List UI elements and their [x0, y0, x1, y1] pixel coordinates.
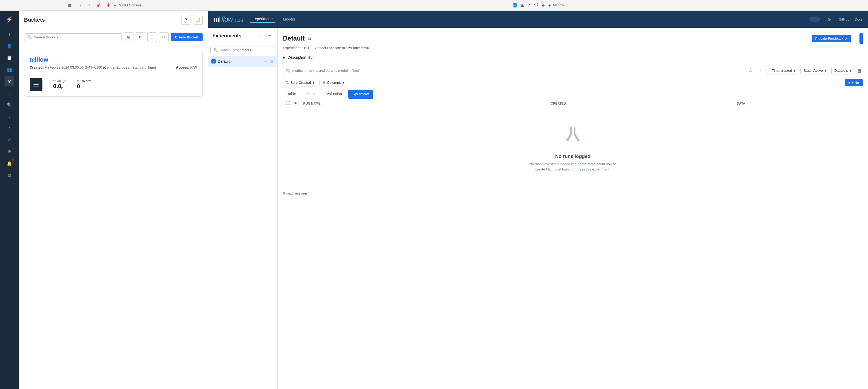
add-experiment-button[interactable]: ⊕ [257, 32, 265, 39]
minio-toolbar: 🔍 ⊞ ↺ ☰ ⟳ Create Bucket [19, 29, 208, 45]
usage-value: 0.0B [53, 83, 66, 90]
grid-icon: ⊞ [127, 35, 130, 39]
delete-experiment-button[interactable]: 🗑 [269, 59, 274, 64]
bucket-stats: ⊙ Usage 0.0B ⊙ Objects [30, 74, 197, 91]
nav-github-link[interactable]: GitHub [839, 17, 849, 21]
help-button[interactable]: ? [181, 15, 191, 25]
nav-experiments[interactable]: Experiments [250, 16, 275, 23]
copy-icon[interactable]: ⧉ [308, 36, 311, 41]
theme-button[interactable]: 🌙 [193, 15, 203, 25]
minio-header: Buckets ? 🌙 [19, 11, 208, 29]
experiments-sidebar: Experiments ⊕ ▭ 🔍 ✓ Default ✏ 🗑 [208, 28, 278, 389]
experiment-item-actions: ✏ 🗑 [262, 59, 274, 64]
sidebar-icon-expand[interactable]: ⌄ [4, 88, 14, 98]
mlflow-topbar-active-icon[interactable]: ◈ [541, 3, 545, 8]
nav-toggle-button[interactable] [809, 17, 820, 22]
db-svg [32, 81, 40, 88]
description-edit-link[interactable]: Edit [308, 56, 314, 60]
header-visibility[interactable]: 👁 [293, 102, 301, 105]
nav-docs-link[interactable]: Docs [855, 17, 863, 21]
select-all-checkbox[interactable] [286, 101, 290, 105]
mlflow-navbar: mlflow 2.10.2 Experiments Models ⚙ GitHu… [208, 11, 868, 28]
provide-feedback-button[interactable]: Provide Feedback ↗ [812, 35, 851, 42]
mlflow-topbar-shield-icon[interactable]: 🛡 [534, 3, 538, 8]
minio-panel: ⊞ ▭ ↗ 📌 📌 ✦ MinIO Console ⚡ ◫ 👤 📋 👥 ⊙ ⌄ … [0, 0, 208, 389]
minio-sidebar: ⚡ ◫ 👤 📋 👥 ⊙ ⌄ 🔍 ⌄ λ ⟳ ⚙ 🔔 ▦ [0, 11, 19, 389]
toggle-columns-icon[interactable]: ▦ [857, 67, 863, 74]
experiments-sidebar-title: Experiments [213, 33, 241, 39]
sidebar-icon-lambda[interactable]: λ [4, 123, 14, 133]
sidebar-icon-settings[interactable]: ⚙ [4, 147, 14, 156]
create-bucket-button[interactable]: Create Bucket [171, 33, 203, 41]
tab-table[interactable]: Table [283, 90, 300, 99]
experiment-checkbox[interactable]: ✓ [211, 59, 216, 64]
description-toggle[interactable]: ▶ [283, 56, 285, 59]
nav-models[interactable]: Models [281, 16, 297, 23]
new-run-button[interactable]: + + Ne [845, 79, 863, 86]
sidebar-icon-integrations[interactable]: ⟳ [4, 135, 14, 144]
columns-dropdown[interactable]: ⊞ Columns ▾ [319, 79, 347, 87]
experiment-main-header: Default ⧉ Provide Feedback ↗ [283, 33, 863, 44]
header-buttons: ? 🌙 [181, 15, 203, 25]
topbar-window-btn-3[interactable]: ↗ [86, 2, 92, 8]
experiments-search-input[interactable] [220, 48, 272, 52]
topbar-window-btn-5[interactable]: 📌 [105, 2, 111, 8]
tab-chart[interactable]: Chart [301, 90, 319, 99]
learn-more-link[interactable]: Learn more [578, 162, 595, 166]
description-label: Description [287, 55, 306, 60]
objects-circle-icon: ⊙ [77, 79, 80, 83]
edit-experiment-button[interactable]: ✏ [262, 59, 268, 64]
topbar-window-btn-1[interactable]: ⊞ [66, 2, 73, 8]
header-checkbox[interactable] [286, 101, 291, 106]
sidebar-icon-buckets[interactable]: ◫ [4, 29, 14, 39]
experiments-main: Default ⧉ Provide Feedback ↗ Experiment … [278, 28, 868, 389]
minio-window-title: MinIO Console [119, 3, 142, 7]
tab-evaluation[interactable]: Evaluation [320, 90, 346, 99]
sidebar-icon-search-expand[interactable]: ⌄ [4, 111, 14, 121]
sort-row: ⇅ Sort: Created ▾ ⊞ Columns ▾ + + Ne [283, 79, 863, 87]
sidebar-icon-groups[interactable]: 👥 [4, 65, 14, 74]
sort-dropdown[interactable]: ⇅ Sort: Created ▾ [283, 79, 317, 87]
version-badge: 2.10.2 [235, 19, 243, 22]
list-view-button[interactable]: ☰ [147, 32, 157, 42]
matching-runs-count: 0 matching runs [283, 191, 308, 195]
expand-experiments-button[interactable]: ▭ [266, 32, 273, 39]
refresh-button-2[interactable]: ⟳ [159, 32, 169, 42]
bucket-search-input[interactable] [34, 35, 118, 39]
bucket-name[interactable]: mlflow [30, 56, 197, 63]
mlflow-topbar-arrow-icon[interactable]: ↗ [527, 3, 531, 8]
search-icon: 🔍 [28, 35, 32, 39]
experiment-item-default[interactable]: ✓ Default ✏ 🗑 [208, 56, 277, 67]
sidebar-icon-audit[interactable]: ▦ [4, 170, 14, 180]
experiments-search-container: 🔍 [210, 46, 275, 54]
sidebar-icon-active[interactable]: ⊙ [4, 76, 14, 86]
topbar-window-btn-2[interactable]: ▭ [76, 2, 83, 8]
time-created-chevron: ▾ [794, 69, 796, 72]
refresh-button-1[interactable]: ↺ [135, 32, 145, 42]
provide-feedback-label: Provide Feedback [815, 37, 843, 40]
theme-icon: 🌙 [195, 17, 200, 23]
created-label: Created: [30, 65, 44, 69]
mlflow-logo-small: ◈ [548, 3, 551, 7]
time-created-dropdown[interactable]: Time created ▾ [769, 67, 798, 74]
sidebar-icon-notifications[interactable]: 🔔 [4, 159, 14, 168]
topbar-window-btn-4[interactable]: 📌 [95, 2, 102, 8]
experiments-search-icon: 🔍 [213, 48, 218, 52]
state-dropdown[interactable]: State: Active ▾ [801, 67, 829, 74]
nav-gear-icon[interactable]: ⚙ [828, 17, 831, 22]
tab-experimental[interactable]: Experimental [348, 90, 373, 99]
grid-view-button[interactable]: ⊞ [124, 32, 133, 42]
datasets-dropdown[interactable]: Datasets ▾ [831, 67, 855, 74]
filter-info-icon[interactable]: ⓘ [747, 67, 754, 74]
sidebar-icon-users[interactable]: 👤 [4, 41, 14, 51]
sidebar-icon-search[interactable]: 🔍 [4, 100, 14, 109]
header-created[interactable]: Created [551, 102, 735, 105]
columns-label: Columns [327, 80, 341, 85]
created-value: Fri Feb 23 2024 03:30:56 GMT+0100 (Centr… [44, 65, 156, 69]
filter-more-icon[interactable]: ⋮ [756, 67, 764, 74]
external-link-icon: ↗ [845, 37, 848, 40]
mlflow-topbar-minio-icon[interactable]: 🪣 [512, 3, 518, 8]
sidebar-icon-policies[interactable]: 📋 [4, 53, 14, 62]
filter-input[interactable] [292, 69, 745, 72]
mlflow-topbar-grid-icon[interactable]: ⊞ [521, 3, 524, 8]
